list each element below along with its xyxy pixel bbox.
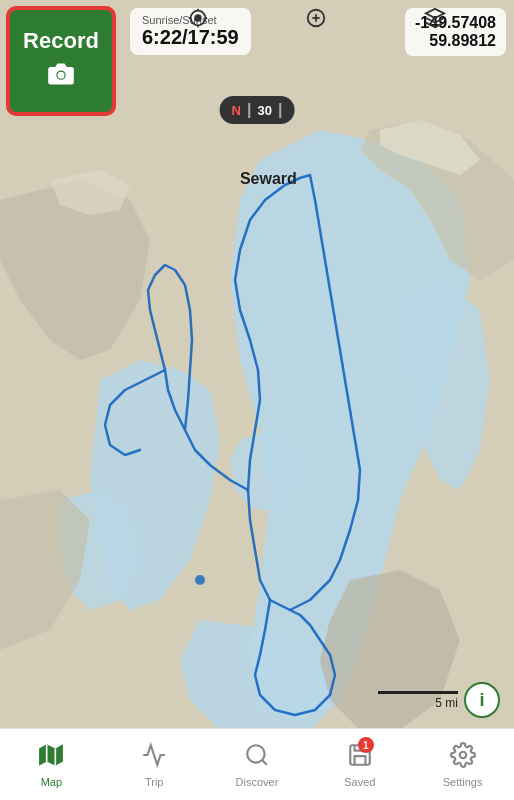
scale-bar: 5 mi — [378, 691, 458, 710]
saved-badge: 1 — [358, 737, 374, 753]
discover-nav-label: Discover — [236, 776, 279, 788]
svg-point-26 — [58, 71, 65, 78]
map-container[interactable]: Record Sunrise/Sunset 6:22/17:59 -149.57… — [0, 0, 514, 800]
nav-trip[interactable]: Trip — [103, 729, 206, 800]
nav-discover[interactable]: Discover — [206, 729, 309, 800]
place-label-seward: Seward — [240, 170, 297, 188]
scale-label: 5 mi — [435, 696, 458, 710]
svg-point-20 — [195, 15, 201, 21]
svg-point-32 — [459, 751, 466, 758]
map-icon — [38, 742, 64, 774]
north-indicator: N — [232, 103, 241, 118]
compass-value: 30 — [257, 103, 271, 118]
location-icon[interactable] — [184, 4, 212, 32]
nav-map[interactable]: Map — [0, 729, 103, 800]
saved-nav-label: Saved — [344, 776, 375, 788]
svg-line-31 — [262, 760, 267, 765]
add-waypoint-icon[interactable] — [302, 4, 330, 32]
nav-settings[interactable]: Settings — [411, 729, 514, 800]
record-label: Record — [23, 28, 99, 54]
camera-icon — [47, 60, 75, 95]
svg-point-30 — [247, 745, 264, 762]
discover-icon — [244, 742, 270, 774]
nav-saved[interactable]: 1 Saved — [308, 729, 411, 800]
trip-nav-label: Trip — [145, 776, 164, 788]
compass-bar[interactable]: N | 30 | — [220, 96, 295, 124]
trip-icon — [141, 742, 167, 774]
layers-icon[interactable] — [421, 4, 449, 32]
map-nav-label: Map — [41, 776, 62, 788]
settings-icon — [450, 742, 476, 774]
settings-nav-label: Settings — [443, 776, 483, 788]
svg-marker-8 — [0, 490, 90, 650]
svg-marker-24 — [426, 9, 444, 18]
svg-marker-27 — [39, 744, 63, 766]
info-button[interactable]: i — [464, 682, 500, 718]
scale-line — [378, 691, 458, 694]
record-button[interactable]: Record — [6, 6, 116, 116]
bottom-navigation: Map Trip Discover 1 — [0, 728, 514, 800]
